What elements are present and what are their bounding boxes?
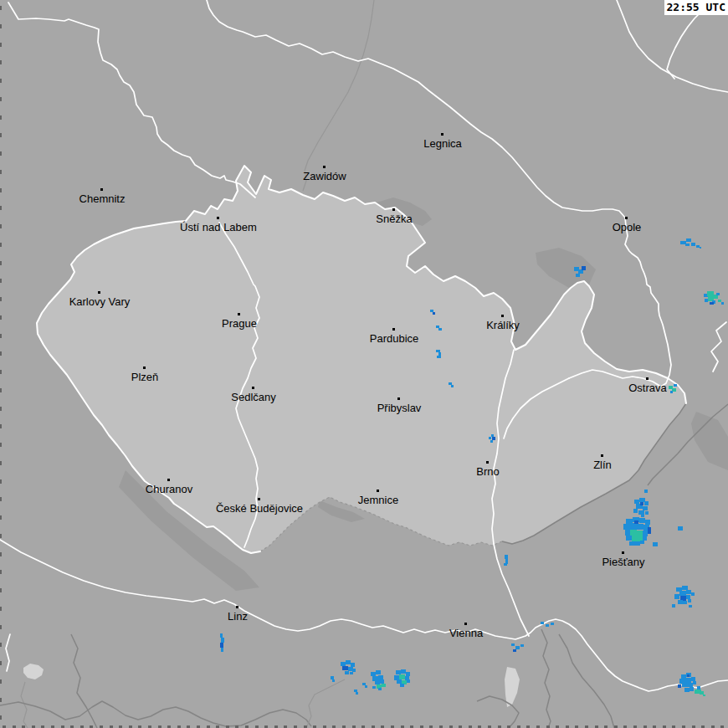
city-dot-icon	[625, 217, 628, 219]
city-dot-icon	[601, 454, 603, 457]
city-dot-icon	[143, 367, 146, 369]
city-label: Přibyslav	[377, 402, 422, 414]
map-image	[0, 0, 728, 728]
city-label: Karlovy Vary	[69, 295, 131, 308]
city-label: Sněžka	[376, 213, 412, 225]
city-label: Brno	[476, 465, 499, 478]
city-label: Opole	[613, 221, 642, 233]
city-label: Piešťany	[602, 556, 644, 568]
city-dot-icon	[167, 479, 170, 481]
city-label: Zlín	[593, 459, 612, 471]
city-label: Legnica	[423, 137, 462, 150]
city-label: Jemnice	[358, 494, 398, 506]
weather-radar-map: ChemnitzÚstí nad LabemZawidówSněžkaLegni…	[0, 0, 728, 728]
city-dot-icon	[392, 208, 395, 211]
city-dot-icon	[98, 291, 100, 294]
city-label: Linz	[228, 610, 248, 623]
city-dot-icon	[217, 217, 219, 219]
city-label: Prague	[222, 317, 257, 330]
city-dot-icon	[377, 490, 379, 492]
city-label: Zawidów	[303, 170, 346, 182]
city-label: Ostrava	[628, 382, 667, 394]
city-label: Plzeň	[131, 371, 159, 383]
city-label: České Budějovice	[216, 502, 303, 515]
city-dot-icon	[258, 498, 260, 500]
city-dot-icon	[100, 188, 103, 191]
city-dot-icon	[252, 387, 254, 389]
timestamp-badge: 22:55 UTC	[664, 0, 728, 15]
city-label: Vienna	[449, 627, 483, 639]
city-label: Churanov	[146, 483, 192, 495]
city-dot-icon	[392, 328, 395, 331]
city-dot-icon	[501, 315, 504, 317]
city-label: Pardubice	[370, 332, 419, 345]
city-dot-icon	[486, 461, 489, 464]
city-dot-icon	[646, 377, 649, 380]
city-dot-icon	[323, 166, 326, 168]
city-label: Sedlčany	[231, 391, 275, 403]
lakes	[23, 664, 520, 707]
city-dot-icon	[441, 133, 443, 136]
city-dot-icon	[238, 313, 240, 315]
city-dot-icon	[464, 623, 467, 625]
city-dot-icon	[397, 397, 400, 400]
city-dot-icon	[622, 551, 624, 554]
city-label: Králíky	[486, 319, 520, 331]
city-label: Chemnitz	[79, 192, 126, 205]
city-label: Ústí nad Labem	[180, 221, 257, 233]
city-dot-icon	[236, 606, 238, 608]
